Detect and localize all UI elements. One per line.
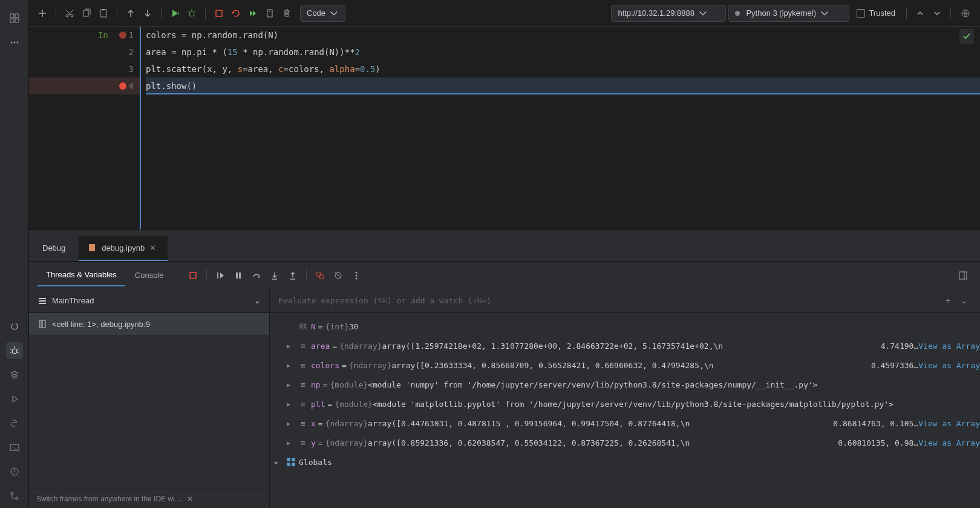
move-down-icon[interactable] [140, 6, 155, 21]
cell-type-select[interactable]: Code [300, 5, 345, 22]
server-url-select[interactable]: http://10.32.1.29:8888 [611, 5, 726, 22]
svg-marker-9 [13, 396, 18, 402]
svg-marker-19 [172, 10, 178, 17]
collapse-up-icon[interactable] [913, 6, 927, 21]
svg-rect-18 [102, 9, 105, 10]
variables-icon[interactable] [263, 6, 277, 21]
resume-icon[interactable] [212, 267, 229, 284]
step-over-icon[interactable] [248, 267, 265, 284]
code-cell[interactable]: In1 2 3 4 colors = np.random.rand(N) are… [29, 27, 980, 229]
svg-point-7 [11, 323, 18, 329]
pause-icon[interactable] [230, 267, 247, 284]
view-as-array-link[interactable]: View as Array [918, 438, 980, 447]
view-as-array-link[interactable]: View as Array [918, 341, 980, 351]
frame-label: <cell line: 1>, debug.ipynb:9 [52, 320, 150, 329]
kernel-select[interactable]: Python 3 (ipykernel) [728, 5, 849, 22]
variables-list: 01N={int} 30 ▶≡area={ndarray} array([1.2… [270, 313, 980, 508]
array-icon: ≡ [298, 341, 309, 351]
python-icon[interactable] [6, 415, 23, 432]
step-into-icon[interactable] [266, 267, 283, 284]
view-as-array-link[interactable]: View as Array [918, 419, 980, 428]
var-row[interactable]: ▶≡y={ndarray} array([0.85921336, 0.62038… [270, 433, 980, 452]
threads-panel: MainThread ⌄ <cell line: 1>, debug.ipynb… [29, 289, 270, 508]
subtab-threads[interactable]: Threads & Variables [38, 264, 125, 286]
left-rail [0, 0, 29, 508]
vcs-icon[interactable] [6, 487, 23, 504]
cut-icon[interactable] [62, 6, 77, 21]
code-editor[interactable]: colors = np.random.rand(N) area = np.pi … [141, 27, 980, 229]
more-icon[interactable] [6, 34, 23, 51]
stack-frame[interactable]: <cell line: 1>, debug.ipynb:9 [29, 313, 269, 335]
svg-marker-22 [250, 10, 253, 16]
svg-rect-29 [217, 272, 218, 279]
checkbox-icon [857, 9, 865, 18]
var-row-globals[interactable]: ▶Globals [270, 452, 980, 472]
svg-point-12 [11, 492, 13, 495]
project-icon[interactable] [6, 10, 23, 27]
svg-rect-47 [287, 463, 290, 466]
globe-icon[interactable] [957, 5, 974, 22]
run-icon[interactable] [6, 391, 23, 407]
svg-point-8 [12, 349, 17, 354]
layout-icon[interactable] [955, 267, 972, 284]
cell-in-label: In [98, 30, 108, 40]
debug-cell-icon[interactable] [185, 6, 199, 21]
svg-point-6 [16, 42, 18, 44]
copy-icon[interactable] [79, 6, 94, 21]
svg-rect-17 [100, 10, 106, 17]
mute-breakpoints-icon[interactable] [330, 267, 347, 284]
run-all-icon[interactable] [246, 6, 260, 21]
gutter: In1 2 3 4 [29, 27, 141, 229]
collapse-down-icon[interactable] [930, 6, 944, 21]
svg-rect-44 [42, 320, 45, 328]
var-row[interactable]: ▶≡x={ndarray} array([0.44763031, 0.48781… [270, 414, 980, 433]
debug-icon[interactable] [6, 342, 23, 359]
tab-file[interactable]: debug.ipynb ✕ [79, 236, 168, 262]
chevron-down-icon[interactable]: ⌄ [956, 296, 972, 305]
trusted-toggle[interactable]: Trusted [852, 8, 900, 18]
close-icon[interactable]: ✕ [187, 495, 193, 503]
refresh-icon[interactable] [6, 318, 23, 335]
breakpoints-icon[interactable] [312, 267, 328, 284]
var-row[interactable]: 01N={int} 30 [270, 317, 980, 336]
var-row[interactable]: ▶≡np={module} <module 'numpy' from '/hom… [270, 375, 980, 394]
svg-rect-24 [267, 10, 272, 17]
add-watch-icon[interactable]: + [940, 296, 956, 305]
svg-rect-40 [39, 298, 46, 299]
delete-icon[interactable] [279, 6, 294, 21]
svg-point-20 [189, 12, 194, 16]
svg-rect-31 [236, 272, 238, 279]
stack-icon [38, 296, 47, 306]
restart-icon[interactable] [229, 6, 243, 21]
thread-selector[interactable]: MainThread ⌄ [29, 289, 269, 313]
paste-icon[interactable] [96, 6, 111, 21]
view-as-array-link[interactable]: View as Array [918, 361, 980, 370]
svg-rect-32 [239, 272, 241, 279]
add-cell-icon[interactable] [35, 6, 50, 21]
problems-icon[interactable] [6, 463, 23, 480]
svg-point-36 [355, 271, 357, 273]
module-icon: ≡ [298, 380, 309, 389]
var-row[interactable]: ▶≡plt={module} <module 'matplotlib.pyplo… [270, 394, 980, 414]
close-icon[interactable]: ✕ [149, 243, 159, 252]
step-out-icon[interactable] [284, 267, 301, 284]
breakpoint-icon[interactable] [119, 31, 126, 39]
breakpoint-icon[interactable] [119, 82, 126, 90]
stop-icon[interactable] [212, 6, 226, 21]
terminal-icon[interactable] [6, 439, 23, 456]
array-icon: ≡ [298, 361, 309, 370]
var-row[interactable]: ▶≡area={ndarray} array([1.25974218e+02, … [270, 336, 980, 355]
tab-debug[interactable]: Debug [29, 235, 79, 261]
layers-icon[interactable] [6, 366, 23, 383]
debug-stop-icon[interactable] [185, 267, 201, 284]
var-row[interactable]: ▶≡colors={ndarray} array([0.23633334, 0.… [270, 355, 980, 375]
globals-icon [286, 457, 296, 467]
notebook-icon [87, 243, 97, 252]
svg-marker-30 [220, 272, 224, 279]
svg-point-4 [10, 42, 12, 44]
more-actions-icon[interactable] [348, 267, 365, 284]
run-cell-icon[interactable]: I [168, 6, 182, 21]
move-up-icon[interactable] [123, 6, 138, 21]
subtab-console[interactable]: Console [126, 265, 172, 286]
evaluate-input[interactable]: Evaluate expression (⌥⌘) or add a watch … [278, 296, 940, 305]
